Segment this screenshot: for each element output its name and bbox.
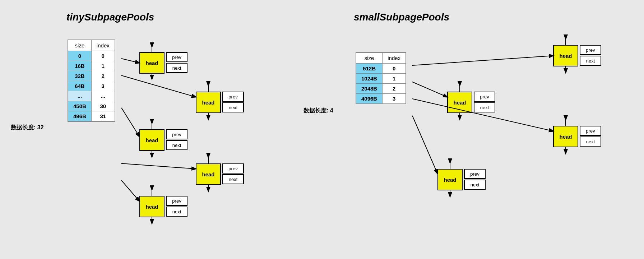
tiny-row-3: 64B 3 [68, 81, 115, 91]
svg-line-15 [412, 56, 553, 65]
tiny-index-1: 1 [91, 61, 115, 71]
svg-line-4 [121, 180, 139, 201]
small-row-3: 4096B 3 [356, 94, 406, 104]
small-length-label: 数据长度: 4 [304, 107, 333, 115]
small-next-0: next [580, 56, 601, 66]
small-size-0: 512B [356, 64, 383, 74]
small-head-3: head [553, 126, 578, 147]
tiny-col-size: size [68, 40, 91, 51]
small-index-3: 3 [383, 94, 406, 104]
small-next-1: next [474, 102, 495, 112]
small-head-1: head [447, 92, 472, 113]
tiny-row-5: 450B 30 [68, 101, 115, 111]
tiny-size-6: 496B [68, 111, 91, 122]
small-prev-1: prev [474, 92, 495, 102]
tiny-prev-1: prev [222, 92, 244, 102]
small-title: smallSubpagePools [354, 11, 449, 23]
tiny-row-6: 496B 31 [68, 111, 115, 122]
small-size-3: 4096B [356, 94, 383, 104]
tiny-index-0: 0 [91, 51, 115, 61]
tiny-size-4: ... [68, 91, 91, 101]
tiny-size-1: 16B [68, 61, 91, 71]
tiny-head-1: head [196, 92, 221, 113]
tiny-size-5: 450B [68, 101, 91, 111]
small-size-1: 1024B [356, 74, 383, 84]
svg-line-0 [121, 59, 139, 63]
small-col-size: size [356, 52, 383, 64]
tiny-head-2: head [139, 129, 165, 151]
small-head-2: head [437, 169, 463, 190]
tiny-prev-3: prev [222, 163, 244, 174]
small-next-2: next [464, 180, 486, 190]
tiny-size-2: 32B [68, 71, 91, 81]
arrows-svg [0, 0, 644, 259]
small-size-2: 2048B [356, 84, 383, 94]
tiny-prev-0: prev [166, 52, 187, 62]
small-row-2: 2048B 2 [356, 84, 406, 94]
tiny-index-4: ... [91, 91, 115, 101]
tiny-table: size index 0 0 16B 1 32B 2 64B 3 ... [68, 40, 115, 122]
svg-line-3 [121, 163, 196, 169]
tiny-size-3: 64B [68, 81, 91, 91]
tiny-length-label: 数据长度: 32 [11, 124, 44, 131]
tiny-size-0: 0 [68, 51, 91, 61]
tiny-head-4: head [139, 196, 165, 217]
svg-line-16 [412, 82, 447, 97]
tiny-head-3: head [196, 163, 221, 185]
small-prev-3: prev [580, 126, 601, 136]
tiny-col-index: index [91, 40, 115, 51]
small-next-3: next [580, 137, 601, 147]
tiny-title: tinySubpagePools [66, 11, 154, 23]
svg-line-2 [121, 108, 139, 137]
tiny-head-0: head [139, 52, 165, 74]
tiny-index-6: 31 [91, 111, 115, 122]
tiny-row-2: 32B 2 [68, 71, 115, 81]
diagram-container: tinySubpagePools 数据长度: 32 size index 0 0… [0, 0, 644, 259]
small-row-1: 1024B 1 [356, 74, 406, 84]
tiny-index-3: 3 [91, 81, 115, 91]
tiny-index-5: 30 [91, 101, 115, 111]
tiny-row-1: 16B 1 [68, 61, 115, 71]
small-col-index: index [383, 52, 406, 64]
small-index-2: 2 [383, 84, 406, 94]
tiny-index-2: 2 [91, 71, 115, 81]
tiny-row-4: ... ... [68, 91, 115, 101]
small-head-0: head [553, 45, 578, 66]
svg-line-18 [412, 116, 437, 174]
small-table: size index 512B 0 1024B 1 2048B 2 4096B … [356, 52, 406, 104]
tiny-next-2: next [166, 140, 187, 150]
small-index-0: 0 [383, 64, 406, 74]
tiny-prev-2: prev [166, 129, 187, 139]
small-prev-0: prev [580, 45, 601, 55]
small-prev-2: prev [464, 169, 486, 179]
tiny-next-3: next [222, 174, 244, 184]
small-index-1: 1 [383, 74, 406, 84]
tiny-row-0: 0 0 [68, 51, 115, 61]
tiny-next-1: next [222, 102, 244, 112]
tiny-prev-4: prev [166, 196, 187, 206]
svg-line-1 [121, 75, 196, 97]
tiny-next-0: next [166, 63, 187, 73]
tiny-next-4: next [166, 207, 187, 217]
small-row-0: 512B 0 [356, 64, 406, 74]
